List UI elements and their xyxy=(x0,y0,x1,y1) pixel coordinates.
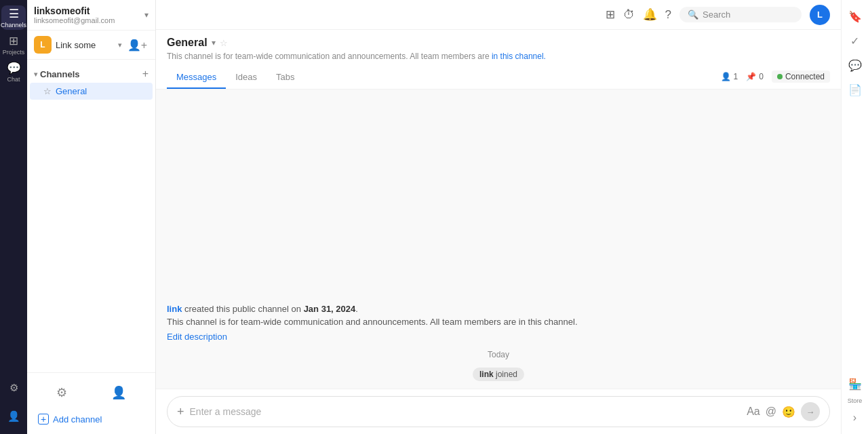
search-text: Search xyxy=(703,9,730,20)
right-panel: 🔖 ✓ 💬 📄 🏪 Store › xyxy=(841,0,868,434)
send-button[interactable]: → xyxy=(801,402,820,421)
help-icon[interactable]: ? xyxy=(665,8,671,22)
help-sidebar-icon[interactable]: 👤 xyxy=(108,382,129,403)
settings-sidebar-icon[interactable]: ⚙ xyxy=(54,382,70,403)
channel-description: This channel is for team-wide communicat… xyxy=(167,52,830,61)
add-channel-icon: + xyxy=(38,414,49,425)
expand-icon[interactable]: › xyxy=(844,407,866,429)
right-panel-document-icon[interactable]: 📄 xyxy=(844,79,866,100)
joined-badge: link joined xyxy=(473,368,524,381)
channel-dropdown-icon[interactable]: ▾ xyxy=(212,38,216,47)
team-name: Link some xyxy=(56,40,114,50)
channel-name-label: General xyxy=(56,86,87,96)
tab-ideas[interactable]: Ideas xyxy=(226,66,267,89)
message-input-area: + Aa @ 🙂 → xyxy=(156,389,841,434)
sidebar-bottom-icons: ⚙ 👤 xyxy=(34,380,149,406)
created-date: Jan 31, 2024 xyxy=(304,304,356,314)
main-content: ⊞ ⏱ 🔔 ? 🔍 Search L General ▾ ☆ This chan… xyxy=(156,0,841,434)
collapse-icon[interactable]: ▾ xyxy=(34,71,37,78)
channels-section: ▾ Channels + ☆ General xyxy=(27,60,155,372)
pinned-count[interactable]: 📌 0 xyxy=(746,72,764,81)
channel-title: General xyxy=(167,37,208,49)
add-member-button[interactable]: 👤+ xyxy=(126,37,149,53)
tab-messages[interactable]: Messages xyxy=(167,66,226,89)
workspace-name: linksomeofit xyxy=(34,5,115,16)
channels-section-title: ▾ Channels xyxy=(34,69,80,79)
settings-nav-icon[interactable]: ⚙ xyxy=(1,376,26,400)
message-input[interactable] xyxy=(190,406,742,417)
store-label: Store xyxy=(848,397,863,404)
user-avatar[interactable]: L xyxy=(810,5,830,25)
projects-nav-icon[interactable]: ⊞ Projects xyxy=(1,33,26,57)
right-panel-bottom: 🏪 Store › xyxy=(844,373,866,434)
message-input-box: + Aa @ 🙂 → xyxy=(167,396,830,427)
search-bar[interactable]: 🔍 Search xyxy=(679,7,802,22)
today-label: Today xyxy=(488,350,509,359)
edit-description-link[interactable]: Edit description xyxy=(167,332,227,342)
search-icon: 🔍 xyxy=(688,9,698,20)
created-text: link created this public channel on Jan … xyxy=(167,304,830,314)
pin-icon: 📌 xyxy=(746,72,756,81)
member-count[interactable]: 👤 1 xyxy=(721,72,738,81)
channel-item-general[interactable]: ☆ General xyxy=(30,83,153,100)
member-icon: 👤 xyxy=(721,72,731,81)
channel-created-message: link created this public channel on Jan … xyxy=(167,100,830,342)
right-panel-comment-icon[interactable]: 💬 xyxy=(844,54,866,76)
channel-star-icon[interactable]: ☆ xyxy=(220,38,228,48)
add-channel-button[interactable]: + Add channel xyxy=(34,411,149,427)
tab-tabs[interactable]: Tabs xyxy=(267,66,304,89)
topbar-icons: ⊞ ⏱ 🔔 ? 🔍 Search L xyxy=(606,5,830,25)
connected-dot xyxy=(777,74,783,79)
emoji-icon[interactable]: 🙂 xyxy=(782,406,795,418)
channels-section-header[interactable]: ▾ Channels + xyxy=(27,65,155,83)
notifications-icon[interactable]: 🔔 xyxy=(643,7,657,22)
account-nav-icon[interactable]: 👤 xyxy=(1,404,26,429)
apps-icon[interactable]: ⊞ xyxy=(606,7,615,22)
sidebar: linksomeofit linksomeofit@gmail.com ▾ L … xyxy=(27,0,156,434)
channel-hash-icon: ☆ xyxy=(43,86,52,96)
topbar: ⊞ ⏱ 🔔 ? 🔍 Search L xyxy=(156,0,841,30)
workspace-email: linksomeofit@gmail.com xyxy=(34,16,115,24)
connected-badge: Connected xyxy=(772,71,830,83)
creator-name: link xyxy=(167,304,182,314)
workspace-header[interactable]: linksomeofit linksomeofit@gmail.com ▾ xyxy=(27,0,155,31)
history-icon[interactable]: ⏱ xyxy=(623,8,635,22)
joined-user: link xyxy=(479,370,494,379)
text-format-icon[interactable]: Aa xyxy=(747,406,760,418)
channel-header: General ▾ ☆ This channel is for team-wid… xyxy=(156,30,841,90)
joined-message-container: link joined xyxy=(167,368,830,381)
today-divider: Today xyxy=(167,342,830,368)
message-input-icons: Aa @ 🙂 → xyxy=(747,402,820,421)
message-add-button[interactable]: + xyxy=(177,405,184,419)
channel-desc-link[interactable]: in this channel. xyxy=(492,52,546,61)
add-channel-section-icon[interactable]: + xyxy=(142,68,149,80)
channel-desc-message: This channel is for team-wide communicat… xyxy=(167,317,830,327)
right-panel-bookmark-icon[interactable]: 🔖 xyxy=(844,5,866,27)
store-icon[interactable]: 🏪 xyxy=(844,373,866,395)
channel-meta: 👤 1 📌 0 Connected xyxy=(721,71,830,83)
messages-area: link created this public channel on Jan … xyxy=(156,90,841,389)
team-avatar: L xyxy=(34,36,52,54)
chat-nav-icon[interactable]: 💬 Chat xyxy=(1,60,26,84)
mention-icon[interactable]: @ xyxy=(766,406,776,418)
team-chevron-icon[interactable]: ▾ xyxy=(118,41,122,50)
team-selector[interactable]: L Link some ▾ 👤+ xyxy=(27,31,155,60)
icon-rail: ☰ Channels ⊞ Projects 💬 Chat ⚙ 👤 xyxy=(0,0,27,434)
channels-nav-icon[interactable]: ☰ Channels xyxy=(1,5,26,30)
workspace-chevron-icon[interactable]: ▾ xyxy=(144,10,149,20)
right-panel-check-icon[interactable]: ✓ xyxy=(844,30,866,52)
channel-title-row: General ▾ ☆ xyxy=(167,37,830,49)
sidebar-footer: ⚙ 👤 + Add channel xyxy=(27,372,155,434)
